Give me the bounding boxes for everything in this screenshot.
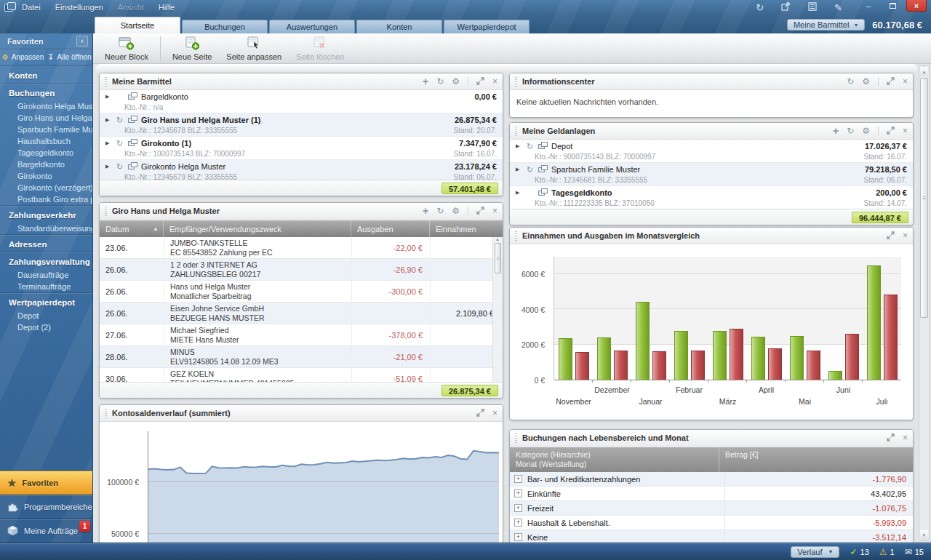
drag-handle-icon[interactable] (105, 77, 107, 87)
sidebar-item-girokonto-helga[interactable]: Girokonto Helga Muster (0, 100, 92, 112)
column-header-kategorie[interactable]: Kategorie (Hierarchie) Monat (Wertstellu… (510, 447, 719, 472)
tab-buchungen[interactable]: Buchungen (182, 20, 268, 33)
sidebar-section-konten[interactable]: Konten (0, 66, 92, 83)
menu-item-einstellungen[interactable]: Einstellungen (55, 3, 103, 12)
close-icon[interactable]: × (492, 409, 498, 417)
collapse-icon[interactable] (887, 231, 895, 241)
sidebar-collapse-button[interactable]: ‹ (76, 36, 88, 47)
refresh-icon[interactable]: ↻ (436, 207, 444, 215)
sidebar-item-depot-2[interactable]: Depot (2) (0, 321, 92, 333)
status-warnings[interactable]: ⚠ 1 (879, 547, 895, 557)
refresh-row-icon[interactable]: ↻ (525, 165, 535, 175)
collapse-icon[interactable] (476, 207, 484, 216)
expand-plus-icon[interactable]: + (514, 519, 522, 527)
collapse-icon[interactable] (887, 77, 895, 87)
transaction-row[interactable]: 28.06. MINUSELV91245805 14.08 12.09 ME3 … (100, 346, 503, 368)
sidebar-item-dauerauftraege[interactable]: Daueraufträge (0, 269, 92, 281)
my-orders-button[interactable]: Meine Aufträge 1 (0, 519, 92, 543)
table-scrollbar[interactable]: ▲ ≡ (492, 237, 502, 382)
minimize-button[interactable]: – (858, 0, 879, 12)
adjust-page-button[interactable]: Seite anpassen (219, 34, 289, 63)
expand-icon[interactable]: ▶ (105, 140, 111, 146)
add-icon[interactable]: + (423, 76, 428, 87)
main-scrollbar[interactable]: ▲ ≡ ▼ (919, 65, 930, 541)
expand-icon[interactable]: ▶ (105, 164, 111, 169)
scroll-up-icon[interactable]: ▲ (920, 67, 928, 76)
program-areas-button[interactable]: Programmbereiche (0, 495, 92, 519)
sidebar-item-postbank[interactable]: Postbank Giro extra plus (0, 193, 92, 205)
column-header-empfaenger[interactable]: Empfänger/Verwendungszweck (164, 220, 351, 237)
delete-page-button[interactable]: Seite löschen (289, 34, 351, 63)
sidebar-item-girokonto[interactable]: Girokonto (0, 170, 92, 182)
scrollbar-thumb[interactable]: ≡ (920, 78, 928, 318)
sidebar-item-terminauftraege[interactable]: Terminaufträge (0, 281, 92, 292)
tab-wertpapierdepot[interactable]: Wertpapierdepot (444, 20, 530, 33)
menu-item-datei[interactable]: Datei (22, 3, 41, 12)
expand-icon[interactable]: ▶ (516, 167, 522, 172)
collapse-icon[interactable] (476, 77, 484, 87)
account-row[interactable]: ▶ ↻ Sparbuch Familie Muster 79.218,50 € … (510, 163, 913, 186)
drag-handle-icon[interactable] (105, 409, 107, 418)
category-row[interactable]: + Einkünfte 43.402,95 (510, 487, 913, 501)
refresh-icon[interactable]: ↻ (847, 77, 854, 86)
refresh-row-icon[interactable]: ↻ (115, 162, 124, 172)
sidebar-item-depot[interactable]: Depot (0, 310, 92, 321)
account-selector-dropdown[interactable]: Meine Barmittel ▼ (787, 19, 865, 31)
gear-icon[interactable]: ⚙ (452, 77, 460, 86)
column-header-datum[interactable]: Datum ▲ (100, 220, 164, 237)
sidebar-item-bargeldkonto[interactable]: Bargeldkonto (0, 159, 92, 170)
drag-handle-icon[interactable] (515, 77, 517, 87)
status-ok[interactable]: ✓ 13 (850, 547, 868, 557)
close-button[interactable]: × (906, 0, 927, 12)
column-header-ausgaben[interactable]: Ausgaben (351, 220, 430, 237)
account-row[interactable]: ▶ Bargeldkonto 0,00 € Kto.-Nr.: n/a (100, 90, 503, 113)
account-row[interactable]: ▶ ↻ Depot 17.026,37 € Kto.-Nr.: 90007351… (510, 140, 913, 163)
refresh-icon[interactable]: ↻ (436, 77, 444, 86)
sidebar-section-adressen[interactable]: Adressen (0, 234, 92, 252)
drag-handle-icon[interactable] (105, 207, 107, 216)
transaction-row[interactable]: 27.06. Michael SiegfriedMIETE Hans Muste… (100, 324, 503, 346)
sidebar-section-zahlungsverkehr[interactable]: Zahlungsverkehr (0, 205, 92, 223)
close-icon[interactable]: × (492, 207, 498, 215)
sidebar-section-wertpapierdepot[interactable]: Wertpapierdepot (0, 292, 92, 310)
add-icon[interactable]: + (833, 126, 839, 136)
column-header-einnahmen[interactable]: Einnahmen (430, 220, 503, 237)
tab-startseite[interactable]: Startseite (95, 17, 180, 33)
collapse-icon[interactable] (476, 409, 484, 418)
menu-item-ansicht[interactable]: Ansicht (118, 3, 144, 12)
sidebar-item-giro-hans-helga[interactable]: Giro Hans und Helga Mus... (0, 112, 92, 124)
category-row[interactable]: + Bar- und Kreditkartenzahlungen -1.776,… (510, 472, 913, 487)
scrollbar-thumb[interactable]: ≡ (495, 243, 501, 273)
sidebar-item-girokonto-verzoegert[interactable]: Girokonto (verzögert) (0, 182, 92, 193)
menu-item-hilfe[interactable]: Hilfe (159, 3, 175, 12)
report-icon[interactable] (808, 2, 817, 12)
refresh-icon[interactable]: ↻ (756, 3, 764, 12)
column-header-betrag[interactable]: Betrag [€] (719, 447, 913, 472)
drag-handle-icon[interactable] (515, 127, 517, 136)
add-icon[interactable]: + (423, 206, 428, 216)
collapse-icon[interactable] (887, 127, 895, 136)
close-icon[interactable]: × (903, 231, 908, 240)
collapse-icon[interactable] (887, 433, 895, 443)
refresh-row-icon[interactable]: ↻ (525, 142, 535, 151)
scroll-up-icon[interactable]: ▲ (495, 237, 500, 241)
expand-icon[interactable]: ▶ (105, 94, 111, 100)
refresh-row-icon[interactable]: ↻ (115, 139, 124, 148)
tab-auswertungen[interactable]: Auswertungen (269, 20, 355, 33)
new-block-button[interactable]: Neuer Block (97, 34, 156, 63)
transaction-row[interactable]: 26.06. Hans und Helga MusterMonatlicher … (100, 281, 503, 303)
history-dropdown[interactable]: Verlauf ▼ (791, 546, 839, 558)
expand-icon[interactable]: ▶ (516, 190, 522, 196)
drag-handle-icon[interactable] (515, 231, 517, 241)
external-window-icon[interactable] (781, 2, 791, 12)
transaction-row[interactable]: 23.06. JUMBO-TANKSTELLEEC 85543852 Zahlu… (100, 237, 503, 259)
expand-icon[interactable]: ▶ (516, 143, 522, 149)
refresh-icon[interactable]: ↻ (847, 127, 854, 135)
sidebar-item-standardueberweisung[interactable]: Standardüberweisung (0, 223, 92, 234)
sidebar-item-sparbuch[interactable]: Sparbuch Familie Muster (0, 124, 92, 135)
tab-konten[interactable]: Konten (356, 20, 442, 33)
close-icon[interactable]: × (903, 127, 908, 135)
sidebar-item-tagesgeldkonto[interactable]: Tagesgeldkonto (0, 147, 92, 159)
scroll-down-icon[interactable]: ▼ (920, 530, 928, 540)
account-row[interactable]: ▶ ↻ Giro Hans und Helga Muster (1) 26.87… (100, 113, 503, 137)
